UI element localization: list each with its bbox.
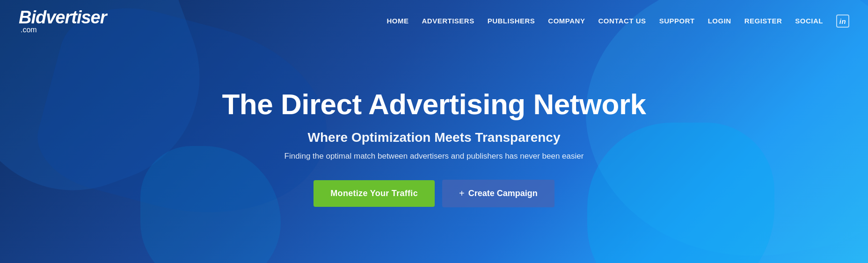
nav-link-register[interactable]: REGISTER [744,17,782,25]
nav-link-company[interactable]: COMPANY [548,17,585,25]
nav-item-login[interactable]: LOGIN [708,17,731,25]
nav-link-support[interactable]: SUPPORT [659,17,695,25]
campaign-plus-icon: + [459,188,465,199]
nav-item-advertisers[interactable]: ADVERTISERS [422,17,474,25]
nav-link-publishers[interactable]: PUBLISHERS [488,17,535,25]
logo-name: Bidvertiser [19,8,107,26]
create-campaign-button[interactable]: + Create Campaign [442,180,554,207]
nav-link-contact[interactable]: CONTACT US [598,17,646,25]
nav-item-support[interactable]: SUPPORT [659,17,695,25]
nav-item-contact[interactable]: CONTACT US [598,17,646,25]
hero-section: Bidvertiser .com HOME ADVERTISERS PUBLIS… [0,0,868,263]
nav-item-publishers[interactable]: PUBLISHERS [488,17,535,25]
nav-links: HOME ADVERTISERS PUBLISHERS COMPANY CONT… [387,15,849,28]
logo[interactable]: Bidvertiser .com [19,8,107,34]
nav-link-login[interactable]: LOGIN [708,17,731,25]
hero-description: Finding the optimal match between advert… [284,152,584,161]
nav-item-home[interactable]: HOME [387,17,408,25]
campaign-button-label: Create Campaign [468,189,538,198]
nav-item-linkedin[interactable]: in [836,15,849,28]
nav-link-social[interactable]: SOCIAL [795,17,823,25]
hero-content: The Direct Advertising Network Where Opt… [0,33,868,263]
monetize-button[interactable]: Monetize Your Traffic [314,180,435,207]
linkedin-icon[interactable]: in [836,15,849,28]
nav-link-advertisers[interactable]: ADVERTISERS [422,17,474,25]
nav-link-home[interactable]: HOME [387,17,408,25]
hero-buttons: Monetize Your Traffic + Create Campaign [314,180,554,207]
nav-item-social[interactable]: SOCIAL [795,17,823,25]
hero-title: The Direct Advertising Network [222,88,646,120]
hero-subtitle: Where Optimization Meets Transparency [308,130,561,145]
nav-item-register[interactable]: REGISTER [744,17,782,25]
nav-item-company[interactable]: COMPANY [548,17,585,25]
